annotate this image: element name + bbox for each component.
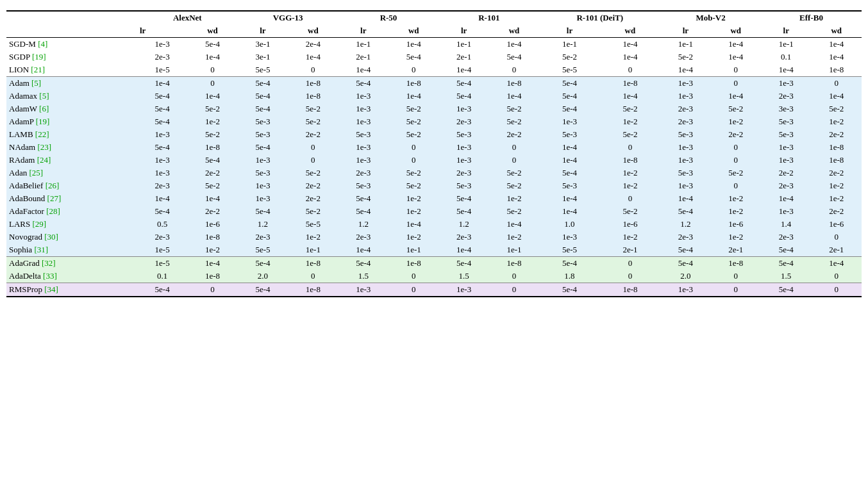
cell-value: 2e-2 (811, 128, 862, 141)
cell-value: 1.2 (238, 218, 288, 231)
cell-value: 1e-2 (388, 231, 438, 243)
cell-value: 1e-3 (660, 179, 710, 192)
table-row: Adam [5]1e-405e-41e-85e-41e-85e-41e-85e-… (6, 77, 862, 90)
cell-value: 0 (489, 141, 539, 154)
cell-value: 1e-3 (660, 154, 710, 167)
cell-value: 5e-3 (238, 128, 288, 141)
cell-value: 1e-8 (489, 257, 539, 270)
table-row: LARS [29]0.51e-61.25e-51.21e-41.21e-41.0… (6, 218, 862, 231)
cell-value: 1e-1 (660, 38, 710, 51)
cell-value: 0 (711, 63, 761, 77)
cell-value: 1e-4 (187, 90, 237, 103)
table-row: Adamax [5]5e-41e-45e-41e-81e-31e-45e-41e… (6, 90, 862, 103)
cell-value: 1.8 (539, 270, 599, 283)
cell-value: 1e-1 (761, 38, 811, 51)
cell-value: 1e-3 (438, 283, 488, 297)
cell-value: 1e-4 (489, 38, 539, 51)
cell-value: 1e-1 (288, 243, 338, 257)
cell-value: 2e-3 (660, 103, 710, 115)
cell-value: 0 (711, 283, 761, 297)
cell-value: 1.2 (338, 218, 388, 231)
cell-value: 5e-4 (187, 38, 237, 51)
cell-value: 5e-5 (539, 243, 599, 257)
cell-value: 2e-3 (660, 115, 710, 128)
cell-value: 5e-4 (489, 51, 539, 63)
cell-value: 0 (489, 283, 539, 297)
table-row: Adan [25]1e-32e-25e-35e-22e-35e-22e-35e-… (6, 167, 862, 179)
cell-value: 5e-2 (187, 128, 237, 141)
cell-value: 5e-5 (238, 243, 288, 257)
cell-value: 1e-2 (187, 243, 237, 257)
optimizer-name: LION [21] (6, 63, 137, 77)
cell-value: 0 (711, 179, 761, 192)
cell-value: 5e-3 (438, 128, 488, 141)
cell-value: 1e-8 (811, 154, 862, 167)
cell-value: 1e-4 (187, 192, 237, 205)
cell-value: 5e-3 (438, 179, 488, 192)
cell-value: 0 (489, 154, 539, 167)
cell-value: 3e-1 (238, 38, 288, 51)
r50-header: R-50 (338, 11, 439, 24)
cell-value: 1e-2 (388, 205, 438, 218)
optimizer-name: AdaBelief [26] (6, 179, 137, 192)
reference: [25] (29, 168, 43, 177)
reference: [6] (39, 104, 49, 113)
cell-value: 5e-3 (539, 128, 599, 141)
cell-value: 5e-4 (438, 77, 488, 90)
cell-value: 5e-4 (539, 103, 599, 115)
optimizer-name: Adamax [5] (6, 90, 137, 103)
cell-value: 5e-2 (388, 103, 438, 115)
cell-value: 5e-4 (137, 205, 187, 218)
cell-value: 5e-4 (238, 257, 288, 270)
cell-value: 1e-6 (600, 218, 660, 231)
cell-value: 5e-4 (338, 192, 388, 205)
cell-value: 5e-3 (660, 128, 710, 141)
cell-value: 0 (388, 283, 438, 297)
cell-value: 5e-2 (489, 167, 539, 179)
cell-value: 1e-8 (288, 283, 338, 297)
reference: [19] (32, 52, 46, 62)
cell-value: 2e-2 (288, 192, 338, 205)
cell-value: 5e-4 (388, 51, 438, 63)
cell-value: 2e-3 (660, 231, 710, 243)
cell-value: 1e-2 (600, 231, 660, 243)
cell-value: 1e-8 (811, 63, 862, 77)
reference: [33] (43, 271, 57, 281)
table-row: AdaBelief [26]2e-35e-21e-32e-25e-35e-25e… (6, 179, 862, 192)
optimizer-name: AdaFactor [28] (6, 205, 137, 218)
cell-value: 1e-2 (288, 231, 338, 243)
cell-value: 0 (711, 270, 761, 283)
cell-value: 5e-2 (388, 179, 438, 192)
optimizer-name: LAMB [22] (6, 128, 137, 141)
cell-value: 1e-3 (539, 231, 599, 243)
cell-value: 1e-2 (489, 231, 539, 243)
vgg13-header: VGG-13 (238, 11, 338, 24)
cell-value: 2e-2 (711, 128, 761, 141)
cell-value: 1e-4 (388, 218, 438, 231)
cell-value: 2e-3 (137, 179, 187, 192)
table-row: LAMB [22]1e-35e-25e-32e-25e-35e-25e-32e-… (6, 128, 862, 141)
cell-value: 0 (600, 257, 660, 270)
cell-value: 2e-2 (187, 205, 237, 218)
cell-value: 5e-2 (600, 205, 660, 218)
cell-value: 2e-1 (600, 243, 660, 257)
cell-value: 1e-3 (438, 154, 488, 167)
cell-value: 5e-2 (660, 51, 710, 63)
cell-value: 1e-3 (338, 283, 388, 297)
cell-value: 0 (489, 63, 539, 77)
cell-value: 1e-8 (388, 257, 438, 270)
cell-value: 2e-3 (761, 179, 811, 192)
cell-value: 5e-4 (238, 103, 288, 115)
cell-value: 1e-4 (600, 90, 660, 103)
cell-value: 1e-8 (187, 270, 237, 283)
cell-value: 1e-8 (811, 141, 862, 154)
cell-value: 5e-5 (288, 218, 338, 231)
reference: [5] (39, 91, 49, 101)
table-row: LION [21]1e-505e-501e-401e-405e-501e-401… (6, 63, 862, 77)
cell-value: 1e-4 (338, 63, 388, 77)
table-row: AdaBound [27]1e-41e-41e-32e-25e-41e-25e-… (6, 192, 862, 205)
cell-value: 5e-2 (600, 128, 660, 141)
table-row: NAdam [23]5e-41e-85e-401e-301e-301e-401e… (6, 141, 862, 154)
cell-value: 1e-8 (388, 77, 438, 90)
cell-value: 0 (388, 154, 438, 167)
